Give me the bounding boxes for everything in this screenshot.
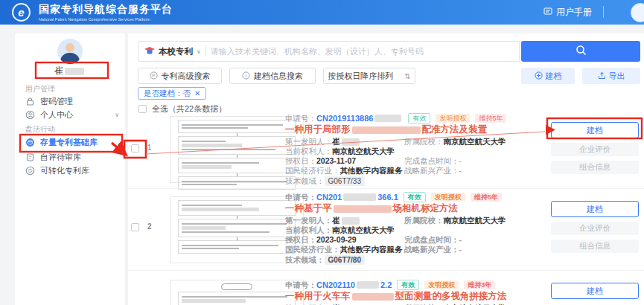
refresh-circle-icon	[25, 166, 35, 176]
app-no-value: CN202110	[316, 280, 355, 290]
archive-info-search-label: 建档信息搜索	[254, 71, 303, 82]
sort-button[interactable]: 按授权日降序排列 ⇅	[323, 68, 415, 84]
search-button[interactable]	[521, 41, 640, 62]
archive-search-icon: i	[242, 71, 250, 81]
status-badge-grant: 发明授权	[436, 114, 470, 123]
patent-detail: 申请号： CN2019113886 有效 发明授权 维持5年 一种用于局部形配准…	[285, 113, 553, 186]
advanced-search-button[interactable]: P 专利高级搜索	[138, 68, 222, 84]
main-panel: 本校专利 ∨ P 专利高级搜索 i 建档信息搜索 按授权日降序排列	[128, 33, 644, 305]
archive-info-search-button[interactable]: i 建档信息搜索	[229, 68, 316, 84]
app-no-redacted	[343, 193, 376, 201]
sidebar-item-stock-library[interactable]: 存量专利基础库	[25, 136, 119, 148]
row-index: 2	[147, 222, 152, 231]
card-actions: 建档 企业评价 组合信息	[551, 201, 639, 253]
archive-button[interactable]: 建档	[551, 122, 639, 138]
enterprise-eval-button[interactable]: 企业评价	[551, 143, 639, 156]
patent-title[interactable]: 一种用于局部形配准方法及装置	[285, 124, 553, 135]
patent-card-1: 1 申请号： CN2019113886 有效 发明授权 维持5年	[128, 110, 644, 188]
svg-text:i: i	[246, 72, 246, 77]
filter-tag-archive[interactable]: 是否建档：否 ✕	[138, 87, 206, 100]
clipboard-icon	[25, 152, 35, 162]
enterprise-eval-button[interactable]: 企业评价	[551, 222, 639, 235]
user-manual-link[interactable]: 用户手册	[543, 6, 592, 19]
status-badge-maintain: 维持5年	[475, 114, 506, 123]
app-no-value: CN2019113886	[316, 114, 373, 123]
sidebar-section-user: 用户管理	[25, 84, 55, 94]
avatar-body	[60, 53, 80, 64]
patent-title[interactable]: 一种基于平场相机标定方法	[285, 203, 553, 214]
industry-value: 其他数字内容服务	[340, 166, 403, 175]
card-actions: 建档	[551, 283, 639, 299]
username-visible: 崔	[54, 65, 63, 76]
patent-detail: 申请号： CN201 366.1 有效 发明授权 维持5年 一种基于平场相机标定…	[285, 192, 553, 265]
school-value: 南京航空航天大学	[444, 137, 506, 146]
sidebar-section-action: 盘活行动	[25, 124, 55, 135]
top-header: e 国家专利导航综合服务平台 National Patent Navigatio…	[0, 0, 644, 25]
brand-subtitle: National Patent Navigation Comprehensive…	[39, 17, 173, 22]
status-badge-valid: 有效	[404, 192, 426, 202]
filter-tag-label: 是否建档：否	[144, 89, 191, 99]
chevron-down-icon: ∨	[115, 112, 119, 118]
status-badge-valid: 有效	[397, 280, 419, 290]
done-time-value: -	[459, 156, 462, 165]
patent-search-icon: P	[150, 71, 158, 81]
archive-button[interactable]: 建档	[551, 283, 639, 299]
patent-thumbnail[interactable]	[170, 116, 304, 183]
header-avatar[interactable]	[631, 3, 644, 22]
row-checkbox[interactable]	[131, 144, 139, 152]
username-redacted	[65, 68, 84, 75]
sidebar-item-convertible-library[interactable]: 可转化专利库	[25, 164, 119, 176]
status-badge-grant: 发明授权	[424, 280, 459, 289]
tech-field-chip: G06T7/80	[325, 255, 365, 265]
patent-card-3: 申请号： CN202110 2.2 有效 发明授权 维持3年 一种用于火车车型面…	[128, 270, 644, 305]
sidebar-item-label: 自评待审库	[40, 152, 81, 163]
create-archive-button[interactable]: 建档	[521, 68, 575, 84]
lock-icon	[25, 97, 35, 106]
close-icon[interactable]: ✕	[194, 89, 200, 97]
svg-text:P: P	[152, 72, 155, 77]
search-scope-label: 本校专利	[159, 46, 193, 57]
strategic-value: -	[459, 166, 462, 175]
user-manual-label: 用户手册	[556, 6, 592, 19]
sort-arrows-icon: ⇅	[404, 72, 410, 80]
inventor-value: 崔	[332, 216, 340, 225]
archive-button[interactable]: 建档	[551, 201, 639, 217]
owner-value: 南京航空航天大学	[332, 225, 395, 235]
graduation-cap-icon	[144, 47, 155, 57]
export-label: 导出	[609, 71, 625, 82]
search-input[interactable]	[211, 47, 513, 56]
strategic-value: -	[459, 245, 462, 254]
sidebar: 崔 用户管理 密码管理 个人中心 ∨ 盘活行动 存量专利基础库	[15, 33, 125, 305]
app-no-value: CN201	[316, 193, 342, 202]
industry-value: 其他数字内容服务	[340, 245, 403, 254]
brand-title: 国家专利导航综合服务平台	[39, 3, 173, 16]
sort-label: 按授权日降序排列	[328, 71, 393, 82]
row-checkbox[interactable]	[131, 223, 139, 231]
row-index: 1	[147, 144, 152, 152]
app-no-redacted	[374, 115, 401, 122]
sidebar-item-password[interactable]: 密码管理	[25, 95, 119, 107]
search-bar: 本校专利 ∨	[138, 41, 520, 62]
sidebar-item-self-review-library[interactable]: 自评待审库	[25, 151, 119, 163]
search-icon	[576, 45, 587, 58]
status-badge-grant: 发明授权	[431, 193, 465, 202]
search-scope-dropdown[interactable]: 本校专利 ∨	[144, 46, 201, 57]
inventor-value: 崔	[332, 137, 340, 146]
sidebar-item-label: 个人中心	[40, 109, 73, 121]
portfolio-info-button[interactable]: 组合信息	[551, 161, 639, 174]
sidebar-item-label: 密码管理	[40, 96, 73, 107]
patent-thumbnail[interactable]	[170, 196, 304, 263]
patent-title[interactable]: 一种用于火车车型面测量的多视角拼接方法	[285, 291, 553, 302]
patent-thumbnail[interactable]	[170, 280, 304, 305]
export-button[interactable]: 导出	[582, 68, 640, 84]
app-no-redacted	[357, 281, 379, 289]
patent-detail: 申请号： CN202110 2.2 有效 发明授权 维持3年 一种用于火车车型面…	[285, 280, 553, 305]
done-time-value: -	[459, 235, 462, 244]
school-value: 南京航空航天大学	[444, 216, 506, 225]
brand: 国家专利导航综合服务平台 National Patent Navigation …	[39, 3, 173, 22]
sidebar-item-profile[interactable]: 个人中心 ∨	[25, 109, 119, 121]
user-avatar[interactable]	[57, 39, 83, 64]
chevron-down-icon: ∨	[197, 48, 201, 55]
portfolio-info-button[interactable]: 组合信息	[551, 240, 639, 253]
plus-circle-icon	[535, 71, 543, 81]
